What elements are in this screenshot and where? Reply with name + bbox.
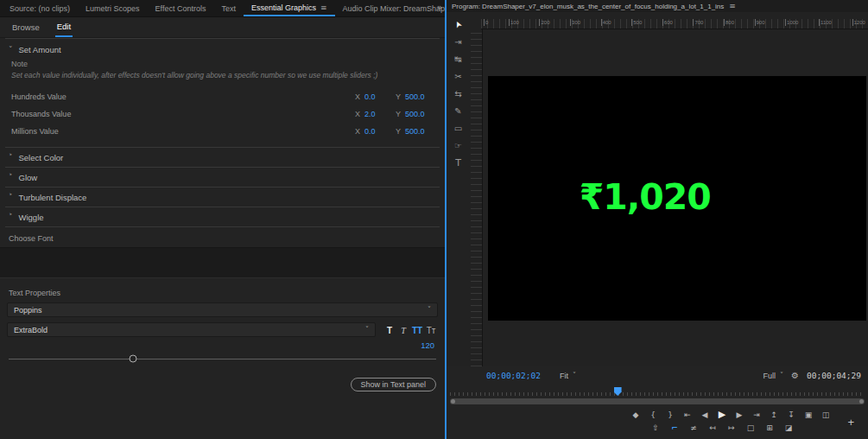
- program-monitor: Program: DreamShaper_v7_elon_musk_as_the…: [447, 0, 868, 439]
- panel-menu-icon[interactable]: ≡: [729, 2, 736, 10]
- type-tool-icon: T: [455, 157, 461, 169]
- track-select-forward-tool[interactable]: ⇥: [450, 35, 466, 49]
- export-button[interactable]: ⇧: [650, 423, 661, 433]
- loop-button[interactable]: □: [745, 423, 756, 433]
- x-value[interactable]: 2.0: [364, 110, 376, 118]
- comparison-view-button[interactable]: ◫: [820, 410, 831, 420]
- slip-tool[interactable]: ⇆: [450, 86, 466, 101]
- tab-text[interactable]: Text: [213, 0, 244, 16]
- section-set-amount-header[interactable]: ˅ Set Amount: [0, 39, 445, 60]
- section-wiggle-header[interactable]: ˃ Wiggle: [0, 207, 445, 226]
- y-axis-label: Y: [396, 127, 401, 136]
- step-forward-button[interactable]: ▶: [734, 410, 744, 420]
- selection-tool[interactable]: ➤: [450, 17, 466, 32]
- scrollbar-right-knob[interactable]: [859, 399, 864, 404]
- millions-value-row: Millions Value X0.0 Y500.0: [0, 123, 445, 140]
- show-in-text-panel-button[interactable]: Show in Text panel: [351, 378, 436, 391]
- tab-overflow-icon[interactable]: »: [437, 3, 442, 12]
- program-monitor-header: Program: DreamShaper_v7_elon_musk_as_the…: [447, 0, 868, 13]
- note-label: Note: [0, 60, 445, 71]
- x-value[interactable]: 0.0: [364, 127, 376, 136]
- add-marker-button[interactable]: ◆: [630, 410, 641, 420]
- go-to-in-button[interactable]: ⇤: [682, 410, 693, 420]
- section-turbulent-displace-header[interactable]: ˃ Turbulent Displace: [0, 188, 445, 207]
- transport-controls: ◆ { } ⇤ ◀ ▶ ▶ ⇥ ↥ ↧ ▣ ◫ ⇧ ⌐ ≠ ↤ ↦ □ ⊞: [447, 406, 868, 439]
- current-timecode[interactable]: 00;00;02;02: [486, 371, 541, 380]
- settings-wrench-icon[interactable]: ⚙: [791, 371, 799, 380]
- step-back-button[interactable]: ◀: [700, 410, 710, 420]
- ruler-label: 500: [631, 19, 642, 26]
- monitor-timeline[interactable]: [450, 386, 865, 398]
- y-value[interactable]: 500.0: [405, 127, 425, 136]
- safe-margins-button[interactable]: ⌐: [669, 423, 680, 433]
- playback-settings-group: Full ˅ ⚙ 00;00;04;29: [763, 371, 868, 380]
- faux-bold-button[interactable]: T: [383, 326, 396, 335]
- tab-source[interactable]: Source: (no clips): [2, 0, 78, 16]
- loop-icon: □: [747, 423, 755, 432]
- comparison-button[interactable]: ◪: [783, 423, 794, 433]
- type-tool[interactable]: T: [450, 156, 466, 170]
- track-select-forward-icon: ⇥: [454, 37, 461, 47]
- all-caps-button[interactable]: TT: [410, 326, 424, 335]
- play-button[interactable]: ▶: [717, 409, 727, 420]
- section-select-color-header[interactable]: ˃ Select Color: [0, 148, 445, 167]
- tab-essential-graphics[interactable]: Essential Graphics ≡: [244, 0, 335, 16]
- overwrite-button[interactable]: ↦: [726, 423, 737, 433]
- tab-label: Text: [221, 4, 236, 13]
- timeline-scrollbar[interactable]: [450, 398, 865, 404]
- extract-button[interactable]: ↧: [786, 410, 796, 420]
- mark-out-button[interactable]: }: [665, 410, 675, 420]
- multicam-button[interactable]: ⊞: [764, 423, 775, 433]
- extract-icon: ↧: [788, 410, 795, 419]
- pen-tool[interactable]: ✎: [450, 104, 466, 118]
- small-caps-button[interactable]: Tᴛ: [424, 326, 438, 335]
- y-value[interactable]: 500.0: [405, 92, 425, 101]
- export-frame-button[interactable]: ▣: [803, 410, 814, 420]
- hand-tool[interactable]: ☞: [450, 138, 466, 153]
- playback-resolution-select[interactable]: Full ˅: [763, 372, 784, 380]
- zoom-level-select[interactable]: Fit ˅: [560, 372, 576, 380]
- essential-graphics-panel: Source: (no clips) Lumetri Scopes Effect…: [0, 0, 445, 439]
- ruler-label: 300: [570, 19, 580, 26]
- insert-button[interactable]: ↤: [707, 423, 718, 433]
- ruler-label: 600: [662, 19, 673, 26]
- playhead[interactable]: [614, 387, 622, 396]
- tab-browse[interactable]: Browse: [10, 17, 41, 37]
- ripple-edit-icon: ↹: [454, 54, 461, 64]
- ruler-label: 0: [484, 19, 488, 26]
- panel-menu-icon[interactable]: ≡: [320, 3, 327, 12]
- chevron-down-icon: ˅: [780, 372, 783, 379]
- chevron-down-icon: ˅: [428, 306, 431, 314]
- ripple-edit-tool[interactable]: ↹: [450, 52, 466, 67]
- chevron-right-icon: ˃: [9, 213, 13, 221]
- section-glow-header[interactable]: ˃ Glow: [0, 168, 445, 187]
- font-size-slider[interactable]: [9, 353, 436, 364]
- lift-button[interactable]: ↥: [769, 410, 779, 420]
- tab-edit[interactable]: Edit: [55, 17, 73, 37]
- rectangle-tool[interactable]: ▭: [450, 121, 466, 136]
- faux-italic-button[interactable]: T: [396, 326, 410, 335]
- x-axis-label: X: [355, 127, 360, 136]
- ruler-label: 800: [724, 19, 734, 26]
- y-value[interactable]: 500.0: [405, 110, 425, 118]
- scrollbar-left-knob[interactable]: [451, 399, 455, 404]
- tab-lumetri-scopes[interactable]: Lumetri Scopes: [78, 0, 148, 16]
- font-family-select[interactable]: Poppins ˅: [7, 302, 438, 317]
- snap-button[interactable]: ≠: [688, 423, 699, 433]
- mark-in-button[interactable]: {: [648, 410, 658, 420]
- razor-icon: ✂: [454, 72, 461, 81]
- y-axis-label: Y: [396, 110, 401, 118]
- ruler-label: 1200: [852, 19, 865, 26]
- font-size-value[interactable]: 120: [0, 340, 445, 352]
- slider-handle[interactable]: [129, 355, 136, 363]
- section-wiggle: ˃ Wiggle: [0, 207, 445, 226]
- chevron-down-icon: ˅: [573, 372, 576, 379]
- x-value[interactable]: 0.0: [364, 92, 376, 101]
- y-axis-label: Y: [396, 92, 401, 101]
- font-style-select[interactable]: ExtraBold ˅: [7, 322, 376, 337]
- x-axis-label: X: [355, 110, 360, 118]
- button-editor-add-button[interactable]: +: [847, 416, 854, 429]
- razor-tool[interactable]: ✂: [450, 69, 466, 84]
- tab-effect-controls[interactable]: Effect Controls: [148, 0, 214, 16]
- go-to-out-button[interactable]: ⇥: [751, 410, 762, 420]
